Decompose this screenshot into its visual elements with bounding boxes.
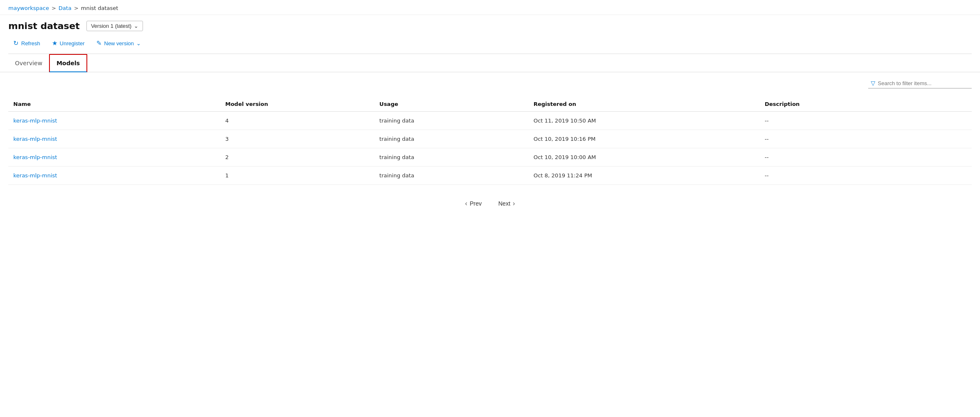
cell-description: -- xyxy=(760,130,972,148)
breadcrumb-sep1: > xyxy=(52,5,56,11)
prev-label: Prev xyxy=(470,200,482,207)
chevron-down-icon: ⌄ xyxy=(134,23,138,29)
cell-usage: training data xyxy=(374,148,529,167)
new-version-label: New version xyxy=(104,40,134,47)
unregister-label: Unregister xyxy=(60,40,85,47)
refresh-button[interactable]: ↻ Refresh xyxy=(8,37,45,49)
refresh-label: Refresh xyxy=(21,40,40,47)
cell-registered-on: Oct 11, 2019 10:50 AM xyxy=(529,112,760,130)
cell-name[interactable]: keras-mlp-mnist xyxy=(8,130,220,148)
cell-description: -- xyxy=(760,112,972,130)
page-title: mnist dataset xyxy=(8,21,80,31)
new-version-icon: ✎ xyxy=(96,39,102,47)
col-header-name: Name xyxy=(8,97,220,112)
cell-model-version: 1 xyxy=(220,167,374,185)
tab-models-label: Models xyxy=(57,60,80,66)
table-row: keras-mlp-mnist 3 training data Oct 10, … xyxy=(8,130,972,148)
filter-icon: ▽ xyxy=(871,80,875,86)
new-version-button[interactable]: ✎ New version ⌄ xyxy=(91,37,146,49)
model-link[interactable]: keras-mlp-mnist xyxy=(13,154,57,160)
refresh-icon: ↻ xyxy=(13,39,19,47)
breadcrumb-sep2: > xyxy=(74,5,79,11)
table-row: keras-mlp-mnist 1 training data Oct 8, 2… xyxy=(8,167,972,185)
table-row: keras-mlp-mnist 2 training data Oct 10, … xyxy=(8,148,972,167)
col-header-description: Description xyxy=(760,97,972,112)
cell-description: -- xyxy=(760,148,972,167)
breadcrumb-section[interactable]: Data xyxy=(59,5,71,11)
version-dropdown[interactable]: Version 1 (latest) ⌄ xyxy=(86,21,143,31)
cell-registered-on: Oct 10, 2019 10:16 PM xyxy=(529,130,760,148)
cell-model-version: 4 xyxy=(220,112,374,130)
cell-usage: training data xyxy=(374,167,529,185)
tab-overview-label: Overview xyxy=(15,60,42,66)
pagination: ‹ Prev Next › xyxy=(8,185,972,218)
table-row: keras-mlp-mnist 4 training data Oct 11, … xyxy=(8,112,972,130)
new-version-chevron-icon: ⌄ xyxy=(136,40,141,47)
prev-arrow-icon: ‹ xyxy=(465,200,467,207)
cell-usage: training data xyxy=(374,130,529,148)
filter-input-wrapper[interactable]: ▽ xyxy=(868,78,972,88)
breadcrumb-workspace[interactable]: mayworkspace xyxy=(8,5,49,11)
cell-name[interactable]: keras-mlp-mnist xyxy=(8,112,220,130)
cell-name[interactable]: keras-mlp-mnist xyxy=(8,167,220,185)
toolbar: ↻ Refresh ★ Unregister ✎ New version ⌄ xyxy=(8,37,972,54)
cell-model-version: 3 xyxy=(220,130,374,148)
col-header-model-version: Model version xyxy=(220,97,374,112)
header-section: mnist dataset Version 1 (latest) ⌄ ↻ Ref… xyxy=(0,15,980,54)
table-header: Name Model version Usage Registered on D… xyxy=(8,97,972,112)
search-input[interactable] xyxy=(878,80,969,86)
tab-overview[interactable]: Overview xyxy=(8,55,49,72)
breadcrumb: mayworkspace > Data > mnist dataset xyxy=(0,0,980,15)
col-header-usage: Usage xyxy=(374,97,529,112)
model-link[interactable]: keras-mlp-mnist xyxy=(13,118,57,124)
cell-usage: training data xyxy=(374,112,529,130)
title-row: mnist dataset Version 1 (latest) ⌄ xyxy=(8,21,972,31)
prev-button[interactable]: ‹ Prev xyxy=(461,197,486,210)
next-arrow-icon: › xyxy=(513,200,515,207)
star-icon: ★ xyxy=(52,39,57,47)
content-area: ▽ Name Model version Usage Registered on… xyxy=(0,72,980,218)
cell-registered-on: Oct 10, 2019 10:00 AM xyxy=(529,148,760,167)
next-label: Next xyxy=(498,200,510,207)
cell-name[interactable]: keras-mlp-mnist xyxy=(8,148,220,167)
next-button[interactable]: Next › xyxy=(494,197,519,210)
tab-models[interactable]: Models xyxy=(49,54,87,72)
model-link[interactable]: keras-mlp-mnist xyxy=(13,136,57,142)
cell-registered-on: Oct 8, 2019 11:24 PM xyxy=(529,167,760,185)
breadcrumb-current: mnist dataset xyxy=(81,5,118,11)
table-body: keras-mlp-mnist 4 training data Oct 11, … xyxy=(8,112,972,185)
tabs-row: Overview Models xyxy=(0,54,980,72)
data-table: Name Model version Usage Registered on D… xyxy=(8,97,972,185)
cell-description: -- xyxy=(760,167,972,185)
filter-bar: ▽ xyxy=(8,72,972,93)
model-link[interactable]: keras-mlp-mnist xyxy=(13,172,57,179)
col-header-registered-on: Registered on xyxy=(529,97,760,112)
version-label: Version 1 (latest) xyxy=(91,23,132,29)
cell-model-version: 2 xyxy=(220,148,374,167)
unregister-button[interactable]: ★ Unregister xyxy=(47,37,90,49)
